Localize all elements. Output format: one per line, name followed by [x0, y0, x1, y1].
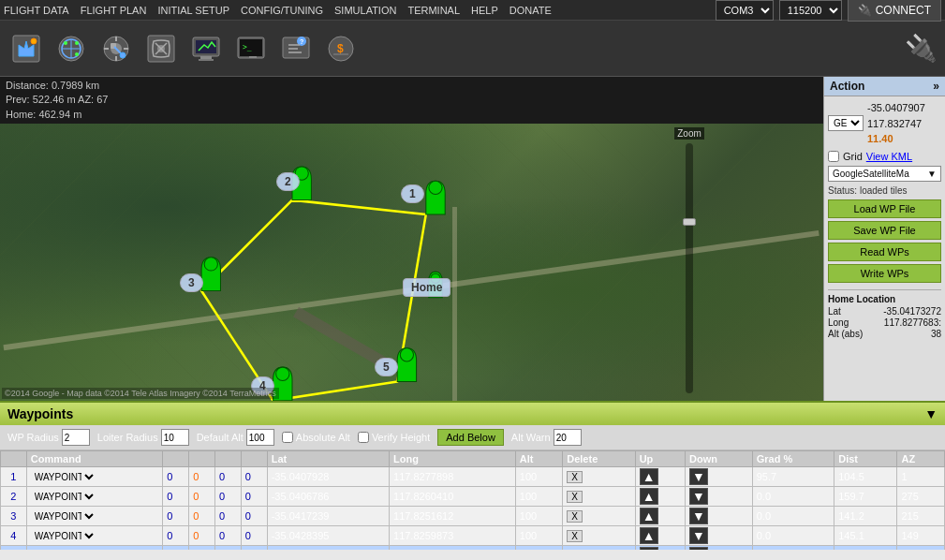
flight-data-icon[interactable] [7, 30, 45, 67]
action-expand-icon[interactable]: » [933, 80, 939, 93]
wp-up-cell[interactable]: ▲ [635, 546, 685, 551]
waypoints-collapse-icon[interactable]: ▼ [924, 406, 938, 421]
down-button[interactable]: ▼ [689, 508, 708, 524]
terminal-icon[interactable]: >_ [232, 30, 270, 67]
wp-c1-cell[interactable]: 0 [163, 507, 189, 526]
wp-c3-cell[interactable]: 0 [215, 546, 242, 551]
wp-command-select[interactable]: WAYPOINT [31, 471, 96, 483]
menu-simulation[interactable]: SIMULATION [334, 5, 396, 16]
wp-command-select[interactable]: WAYPOINT [31, 530, 96, 542]
verify-height-checkbox[interactable] [358, 432, 369, 443]
up-button[interactable]: ▲ [640, 468, 658, 485]
wp-c2-cell[interactable]: 0 [189, 507, 215, 526]
up-button[interactable]: ▲ [640, 488, 658, 505]
wp-c4-cell[interactable]: 0 [241, 526, 267, 546]
wp-command-select[interactable]: WAYPOINT [31, 550, 96, 551]
wp-table-container[interactable]: Command Lat Long Alt Delete Up Down Grad… [0, 450, 945, 550]
grid-checkbox[interactable] [828, 151, 839, 162]
add-below-button[interactable]: Add Below [437, 429, 504, 446]
write-wps-button[interactable]: Write WPs [828, 264, 941, 283]
wp-command-select[interactable]: WAYPOINT [31, 510, 96, 523]
wp-c1-cell[interactable]: 0 [163, 487, 189, 507]
read-wps-button[interactable]: Read WPs [828, 243, 941, 261]
down-button[interactable]: ▼ [689, 488, 708, 505]
menu-flight-plan[interactable]: FLIGHT PLAN [81, 5, 147, 16]
alt-warn-input[interactable] [554, 429, 582, 446]
wp-down-cell[interactable]: ▼ [686, 546, 753, 551]
wp-num-cell[interactable]: 5 [1, 546, 27, 551]
wp-command-select[interactable]: WAYPOINT [31, 491, 96, 503]
delete-button[interactable]: X [567, 471, 583, 483]
down-button[interactable]: ▼ [689, 547, 708, 550]
wp-command-cell[interactable]: WAYPOINT [26, 507, 162, 526]
menu-flight-data[interactable]: FLIGHT DATA [4, 5, 69, 16]
wp-delete-cell[interactable]: X [563, 467, 635, 487]
wp-num-cell[interactable]: 1 [1, 467, 27, 487]
absolute-alt-checkbox[interactable] [282, 432, 293, 443]
wp-command-cell[interactable]: WAYPOINT [26, 526, 162, 546]
wp-delete-cell[interactable]: X [563, 526, 635, 546]
wp-c2-cell[interactable]: 0 [189, 526, 215, 546]
simulation-icon[interactable] [187, 30, 225, 67]
default-alt-input[interactable] [246, 429, 274, 446]
wp-c4-cell[interactable]: 0 [241, 507, 267, 526]
menu-help[interactable]: HELP [471, 5, 498, 16]
wp-c1-cell[interactable]: 0 [163, 467, 189, 487]
config-tuning-icon[interactable] [142, 30, 180, 67]
wp-c1-cell[interactable]: 0 [163, 546, 189, 551]
loiter-radius-input[interactable] [161, 429, 189, 446]
map-type-select[interactable]: GoogleSatelliteMa ▼ [828, 166, 941, 182]
connect-button[interactable]: 🔌 CONNECT [848, 0, 941, 22]
wp-num-cell[interactable]: 2 [1, 487, 27, 507]
zoom-track[interactable] [686, 143, 693, 393]
save-wp-file-button[interactable]: Save WP File [828, 221, 941, 240]
wp-down-cell[interactable]: ▼ [686, 507, 753, 526]
wp-up-cell[interactable]: ▲ [635, 507, 685, 526]
wp-command-cell[interactable]: WAYPOINT [26, 546, 162, 551]
wp-radius-input[interactable] [62, 429, 90, 446]
donate-icon[interactable]: $ [322, 30, 360, 67]
view-kml-link[interactable]: View KML [866, 151, 912, 162]
wp-delete-cell[interactable]: X [563, 546, 635, 551]
wp-c4-cell[interactable]: 0 [241, 487, 267, 507]
com-port-select[interactable]: COM3 [716, 0, 774, 21]
wp-command-cell[interactable]: WAYPOINT [26, 467, 162, 487]
delete-button[interactable]: X [567, 530, 583, 542]
wp-c4-cell[interactable]: 0 [241, 546, 267, 551]
delete-button[interactable]: X [567, 510, 583, 523]
wp-up-cell[interactable]: ▲ [635, 467, 685, 487]
wp-up-cell[interactable]: ▲ [635, 487, 685, 507]
flight-plan-icon[interactable] [52, 30, 90, 67]
up-button[interactable]: ▲ [640, 547, 658, 550]
baud-rate-select[interactable]: 115200 [779, 0, 842, 21]
menu-donate[interactable]: DONATE [509, 5, 552, 16]
table-row[interactable]: 1 WAYPOINT 0 0 0 0 -35.0407928 117.82778… [1, 467, 945, 487]
up-button[interactable]: ▲ [640, 508, 658, 524]
wp-command-cell[interactable]: WAYPOINT [26, 487, 162, 507]
wp-up-cell[interactable]: ▲ [635, 526, 685, 546]
delete-button[interactable]: X [567, 491, 583, 503]
up-button[interactable]: ▲ [640, 527, 658, 544]
wp-c1-cell[interactable]: 0 [163, 526, 189, 546]
menu-config-tuning[interactable]: CONFIG/TUNING [241, 5, 323, 16]
table-row[interactable]: 2 WAYPOINT 0 0 0 0 -35.0406786 117.82604… [1, 487, 945, 507]
wp-c2-cell[interactable]: 0 [189, 467, 215, 487]
wp-num-cell[interactable]: 4 [1, 526, 27, 546]
wp-delete-cell[interactable]: X [563, 487, 635, 507]
down-button[interactable]: ▼ [689, 468, 708, 485]
wp-c3-cell[interactable]: 0 [215, 507, 242, 526]
table-row[interactable]: 5 WAYPOINT 0 0 0 0 -35.0427165 117.82745… [1, 546, 945, 551]
geo-type-select[interactable]: GEO [828, 115, 864, 131]
help-icon[interactable]: ? [277, 30, 315, 67]
wp-down-cell[interactable]: ▼ [686, 467, 753, 487]
table-row[interactable]: 3 WAYPOINT 0 0 0 0 -35.0417239 117.82516… [1, 507, 945, 526]
down-button[interactable]: ▼ [689, 527, 708, 544]
wp-c3-cell[interactable]: 0 [215, 487, 242, 507]
wp-down-cell[interactable]: ▼ [686, 526, 753, 546]
load-wp-file-button[interactable]: Load WP File [828, 199, 941, 218]
wp-num-cell[interactable]: 3 [1, 507, 27, 526]
wp-c4-cell[interactable]: 0 [241, 467, 267, 487]
wp-c2-cell[interactable]: 0 [189, 487, 215, 507]
map-container[interactable]: 2 1 3 4 5 Home ©2014 Google - Map data ©… [0, 124, 823, 401]
menu-terminal[interactable]: TERMINAL [407, 5, 460, 16]
